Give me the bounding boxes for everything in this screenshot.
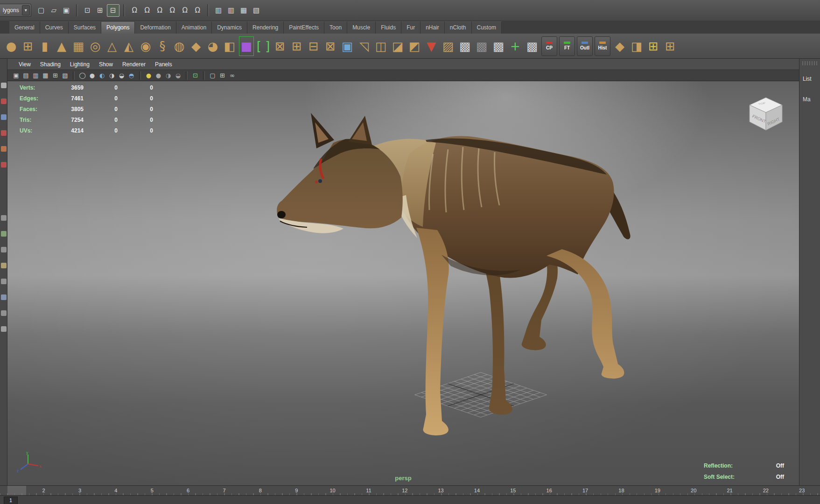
- toolbox-item-b-icon[interactable]: [1, 231, 7, 237]
- uv-editor-icon[interactable]: ▩: [490, 35, 507, 57]
- all-lights-icon[interactable]: ●: [154, 70, 163, 81]
- poly-bevel-icon[interactable]: ◪: [389, 35, 406, 57]
- poly-sphere-icon[interactable]: ●: [3, 35, 20, 57]
- smooth-shade-icon[interactable]: ●: [87, 70, 97, 81]
- open-scene-icon[interactable]: ▱: [48, 5, 60, 16]
- poly-brackets-icon[interactable]: [ ]: [255, 35, 272, 57]
- wolf-mesh[interactable]: [277, 113, 630, 435]
- view-cube[interactable]: TOP FRONT RIGHT: [745, 96, 787, 133]
- shelf-tab-polygons[interactable]: Polygons: [101, 21, 135, 34]
- bookmark-icon[interactable]: ▥: [31, 70, 41, 81]
- snap-grid-icon[interactable]: Ω: [129, 5, 140, 16]
- poly-separate-icon[interactable]: ⊟: [305, 35, 322, 57]
- viewport-canvas[interactable]: Verts:365900Edges:746100Faces:380500Tris…: [7, 81, 799, 485]
- shelf-tab-muscle[interactable]: Muscle: [347, 21, 376, 34]
- panel-menu-view[interactable]: View: [14, 59, 35, 70]
- wireframe-icon[interactable]: ◯: [77, 70, 87, 81]
- poly-bridge-icon[interactable]: ◫: [372, 35, 389, 57]
- shadows-icon[interactable]: ◑: [163, 70, 173, 81]
- poly-mirror-icon[interactable]: ◧: [221, 35, 238, 57]
- share-edits-icon[interactable]: ∞: [227, 70, 237, 81]
- select-hierarchy-icon[interactable]: ⊡: [82, 5, 93, 16]
- toolbox-item-g-icon[interactable]: [1, 310, 7, 316]
- paint-select-tool-icon[interactable]: [1, 114, 7, 120]
- range-start-field[interactable]: 1: [4, 497, 18, 504]
- select-cube-icon[interactable]: ⊠: [272, 35, 288, 57]
- toolbox-item-f-icon[interactable]: [1, 294, 7, 300]
- poly-quad-strip-icon[interactable]: ⊞: [662, 35, 679, 57]
- shelf-tab-nhair[interactable]: nHair: [421, 21, 445, 34]
- range-slider[interactable]: 1: [0, 495, 820, 504]
- poly-cone-icon[interactable]: ▲: [53, 35, 70, 57]
- poly-pipe-icon[interactable]: ◉: [137, 35, 154, 57]
- rotate-tool-icon[interactable]: [1, 146, 7, 152]
- transfer-attributes-icon[interactable]: ▨: [440, 35, 456, 57]
- poly-spin-edge-icon[interactable]: ◆: [611, 35, 628, 57]
- shelf-tab-surfaces[interactable]: Surfaces: [69, 21, 101, 34]
- uv-snapshot-icon[interactable]: ▩: [473, 35, 490, 57]
- poly-flip-icon[interactable]: ◨: [628, 35, 645, 57]
- construction-history-icon[interactable]: ▦: [238, 5, 250, 16]
- shelf-tab-painteffects[interactable]: PaintEffects: [284, 21, 324, 34]
- poly-cube-icon[interactable]: ⊞: [20, 35, 36, 57]
- use-default-material-icon[interactable]: ◑: [107, 70, 117, 81]
- camera-select-icon[interactable]: ▣: [11, 70, 21, 81]
- poly-prism-icon[interactable]: △: [104, 35, 120, 57]
- select-component-icon[interactable]: ⊟: [107, 4, 119, 17]
- time-slider[interactable]: 234567891011121314151617181920212223: [0, 485, 820, 496]
- poly-project-icon[interactable]: ⊞: [645, 35, 662, 57]
- snap-projected-center-icon[interactable]: Ω: [167, 5, 178, 16]
- subdiv-display-icon[interactable]: ⊞: [217, 70, 227, 81]
- output-connections-icon[interactable]: ▥: [225, 5, 237, 16]
- poly-cylinder-icon[interactable]: ▮: [36, 35, 53, 57]
- select-tool-icon[interactable]: [1, 83, 7, 88]
- shelf-tab-rendering[interactable]: Rendering: [247, 21, 284, 34]
- poly-combine-icon[interactable]: ⊞: [288, 35, 305, 57]
- textured-icon[interactable]: ◐: [97, 70, 107, 81]
- toolbox-item-e-icon[interactable]: [1, 279, 7, 284]
- wireframe-on-shaded-icon[interactable]: ◓: [126, 70, 136, 81]
- poly-plane-icon[interactable]: ▦: [70, 35, 87, 57]
- scale-tool-icon[interactable]: [1, 162, 7, 168]
- shelf-tab-deformation[interactable]: Deformation: [135, 21, 176, 34]
- shelf-tab-fluids[interactable]: Fluids: [376, 21, 401, 34]
- toolbox-item-d-icon[interactable]: [1, 263, 7, 268]
- image-plane-icon[interactable]: ▦: [41, 70, 50, 81]
- shelf-tab-dynamics[interactable]: Dynamics: [212, 21, 247, 34]
- menu-set-selector[interactable]: lygons ▾: [0, 4, 31, 17]
- panel-menu-panels[interactable]: Panels: [150, 59, 177, 70]
- highlight-selection-icon[interactable]: ⊡: [190, 70, 200, 81]
- pan-zoom-icon[interactable]: ⊞: [50, 70, 60, 81]
- uv-grid-icon[interactable]: ▩: [524, 35, 540, 57]
- make-live-icon[interactable]: Ω: [192, 5, 203, 16]
- save-scene-icon[interactable]: ▣: [61, 5, 72, 16]
- poly-extract-icon[interactable]: ⊠: [322, 35, 339, 57]
- poly-pyramid-icon[interactable]: ◭: [120, 35, 137, 57]
- toolbox-item-a-icon[interactable]: [1, 215, 7, 221]
- grease-pencil-icon[interactable]: ▧: [60, 70, 70, 81]
- poly-texture-cube-icon[interactable]: ■: [238, 35, 255, 57]
- shelf-tab-toon[interactable]: Toon: [324, 21, 347, 34]
- poly-torus-icon[interactable]: ◎: [87, 35, 104, 57]
- outl-button[interactable]: Outl: [577, 36, 593, 56]
- panel-grip-icon[interactable]: [802, 61, 817, 65]
- xray-icon[interactable]: ◒: [117, 70, 126, 81]
- poly-reduce-icon[interactable]: ▼: [423, 35, 440, 57]
- poly-crease-icon[interactable]: ◩: [406, 35, 423, 57]
- sculpt-tool-icon[interactable]: ◕: [204, 35, 221, 57]
- isolate-select-icon[interactable]: ▢: [208, 70, 217, 81]
- poly-extrude-icon[interactable]: ◹: [356, 35, 372, 57]
- move-tool-icon[interactable]: [1, 130, 7, 136]
- poly-soccer-ball-icon[interactable]: ◍: [171, 35, 188, 57]
- snap-point-icon[interactable]: Ω: [154, 5, 166, 16]
- toolbox-item-h-icon[interactable]: [1, 326, 7, 332]
- chevron-down-icon[interactable]: ▾: [22, 5, 30, 15]
- camera-attributes-icon[interactable]: ▤: [21, 70, 31, 81]
- ft-button[interactable]: FT: [559, 36, 575, 56]
- panel-menu-renderer[interactable]: Renderer: [118, 59, 150, 70]
- panel-menu-lighting[interactable]: Lighting: [65, 59, 94, 70]
- panel-menu-show[interactable]: Show: [94, 59, 118, 70]
- snap-curve-icon[interactable]: Ω: [141, 5, 153, 16]
- poly-fill-hole-icon[interactable]: ▣: [339, 35, 356, 57]
- poly-helix-icon[interactable]: §: [154, 35, 171, 57]
